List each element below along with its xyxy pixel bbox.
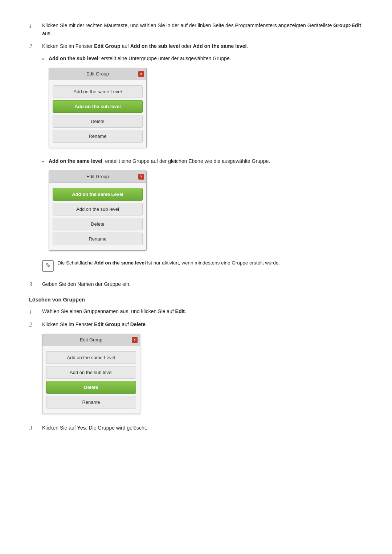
section2-step-3-bold: Yes: [77, 425, 86, 431]
dialog-2-body: Add on the same Level Add on the sub lev…: [49, 183, 146, 250]
section2-step-2-number: 2: [29, 321, 42, 328]
note-bold: Add on the same level: [94, 260, 146, 266]
section2-step-3-number: 3: [29, 424, 42, 432]
bullet-icon-1: ●: [42, 55, 49, 61]
section2-step-2-bold-1: Edit Group: [94, 321, 120, 327]
step-2-number: 2: [29, 42, 42, 50]
dialog-3-delete-btn[interactable]: Delete: [46, 381, 136, 394]
bullet-sub-level: ● Add on the sub level: erstellt eine Un…: [42, 55, 363, 153]
section2-step-2-text: Klicken Sie im Fenster Edit Group auf De…: [42, 321, 147, 327]
step-2-content: Klicken Sie im Fenster Edit Group auf Ad…: [42, 42, 363, 275]
step-1-text: Klicken Sie mit der rechten Maustaste, u…: [42, 22, 363, 37]
dialog-1-same-level-btn[interactable]: Add on the same Level: [53, 85, 143, 98]
dialog-same-level: Edit Group × Add on the same Level Add o…: [49, 171, 363, 251]
section2-heading: Löschen von Gruppen: [29, 297, 363, 303]
dialog-2-close-button[interactable]: ×: [138, 174, 144, 180]
edit-group-dialog-3: Edit Group × Add on the same Level Add o…: [42, 334, 140, 414]
dialog-3-sub-level-btn[interactable]: Add on the sub level: [46, 366, 136, 379]
dialog-1-rename-btn[interactable]: Rename: [53, 130, 143, 143]
step-1-number: 1: [29, 22, 42, 29]
step-1-bold: Group>Edit: [333, 22, 361, 28]
section2-step-3: 3 Klicken Sie auf Yes. Die Gruppe wird g…: [29, 424, 363, 432]
step-2-text: Klicken Sie im Fenster Edit Group auf Ad…: [42, 43, 248, 49]
dialog-2-delete-btn[interactable]: Delete: [53, 218, 143, 230]
section2-step-2-bold-2: Delete: [130, 321, 146, 327]
dialog-2-rename-btn[interactable]: Rename: [53, 233, 143, 245]
dialog-delete: Edit Group × Add on the same Level Add o…: [42, 334, 363, 414]
dialog-1-sub-level-btn[interactable]: Add on the sub level: [53, 100, 143, 113]
dialog-2-same-level-btn[interactable]: Add on the same Level: [53, 188, 143, 201]
step-3-text: Geben Sie den Namen der Gruppe ein.: [42, 280, 363, 288]
note-text: Die Schaltfläche Add on the same level i…: [57, 259, 280, 267]
section2-step-3-text: Klicken Sie auf Yes. Die Gruppe wird gel…: [42, 424, 363, 432]
bullet-sub-level-text: Add on the sub level: erstellt eine Unte…: [49, 55, 363, 153]
dialog-3-same-level-btn[interactable]: Add on the same Level: [46, 351, 136, 364]
step-2-bold-3: Add on the same level: [193, 43, 246, 49]
dialog-3-title: Edit Group ×: [42, 334, 140, 346]
page-content: 1 Klicken Sie mit der rechten Maustaste,…: [29, 22, 363, 432]
step-1: 1 Klicken Sie mit der rechten Maustaste,…: [29, 22, 363, 37]
dialog-1-title: Edit Group ×: [49, 68, 146, 80]
dialog-2-title: Edit Group ×: [49, 171, 146, 183]
dialog-1-title-text: Edit Group: [86, 70, 109, 78]
dialog-2-sub-level-btn[interactable]: Add on the sub level: [53, 203, 143, 216]
bullet-icon-2: ●: [42, 157, 49, 164]
bullet-sub-level-label: Add on the sub level: [49, 56, 98, 61]
dialog-3-title-text: Edit Group: [80, 336, 102, 344]
note-icon: ✎: [42, 260, 54, 272]
step-2-bold-1: Edit Group: [94, 43, 120, 49]
dialog-1-close-button[interactable]: ×: [138, 71, 144, 77]
step-3: 3 Geben Sie den Namen der Gruppe ein.: [29, 280, 363, 288]
step-2-bold-2: Add on the sub level: [130, 43, 180, 49]
step-3-number: 3: [29, 280, 42, 288]
bullet-same-level-text: Add on the same level: erstellt eine Gru…: [49, 157, 363, 256]
section2-step-2: 2 Klicken Sie im Fenster Edit Group auf …: [29, 321, 363, 419]
section2-step-1-text: Wählen Sie einen Gruppennamen aus, und k…: [42, 308, 363, 316]
dialog-sub-level: Edit Group × Add on the same Level Add o…: [49, 68, 363, 148]
bullet-same-level: ● Add on the same level: erstellt eine G…: [42, 157, 363, 256]
section2-step-1: 1 Wählen Sie einen Gruppennamen aus, und…: [29, 308, 363, 316]
step-2: 2 Klicken Sie im Fenster Edit Group auf …: [29, 42, 363, 275]
dialog-1-body: Add on the same Level Add on the sub lev…: [49, 80, 146, 148]
edit-group-dialog-2: Edit Group × Add on the same Level Add o…: [49, 171, 147, 251]
section2-step-1-number: 1: [29, 308, 42, 315]
note-box: ✎ Die Schaltfläche Add on the same level…: [42, 259, 363, 272]
dialog-1-delete-btn[interactable]: Delete: [53, 115, 143, 128]
dialog-3-body: Add on the same Level Add on the sub lev…: [42, 346, 140, 414]
section2-step-2-content: Klicken Sie im Fenster Edit Group auf De…: [42, 321, 363, 419]
dialog-3-rename-btn[interactable]: Rename: [46, 396, 136, 409]
bullet-same-level-label: Add on the same level: [49, 158, 102, 164]
dialog-3-close-button[interactable]: ×: [132, 337, 138, 343]
edit-group-dialog-1: Edit Group × Add on the same Level Add o…: [49, 68, 147, 148]
dialog-2-title-text: Edit Group: [86, 173, 109, 180]
section2-step-1-bold: Edit: [175, 308, 185, 314]
